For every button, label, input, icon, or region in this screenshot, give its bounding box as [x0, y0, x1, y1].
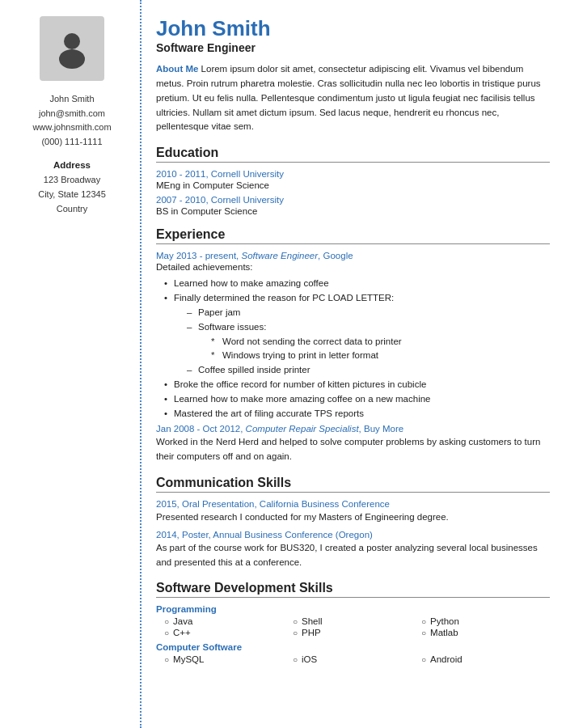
sub-sub-bullet-list: Word not sending the correct data to pri… — [198, 335, 550, 364]
about-me-section: About Me Lorem ipsum dolor sit amet, con… — [156, 62, 550, 134]
exp1-header: May 2013 - present, Software Engineer, G… — [156, 251, 550, 260]
resume-name: John Smith — [156, 16, 550, 41]
education-title: Education — [156, 146, 550, 163]
sidebar-phone: (000) 111-1111 — [32, 135, 111, 150]
communication-section: Communication Skills 2015, Oral Presenta… — [156, 476, 550, 569]
communication-title: Communication Skills — [156, 476, 550, 493]
education-section: Education 2010 - 2011, Cornell Universit… — [156, 146, 550, 216]
sub-sub-bullet-item: Windows trying to print in letter format — [211, 349, 550, 363]
sidebar-address: 123 Broadway City, State 12345 Country — [38, 173, 106, 216]
sidebar-website: www.johnsmith.com — [32, 121, 111, 135]
education-entry-1: 2010 - 2011, Cornell University MEng in … — [156, 169, 550, 190]
edu1-header: 2010 - 2011, Cornell University — [156, 169, 550, 179]
skill-matlab: Matlab — [421, 628, 550, 637]
programming-label: Programming — [156, 604, 550, 614]
address-line1: 123 Broadway — [38, 173, 106, 188]
sidebar: John Smith john@smith.com www.johnsmith.… — [0, 0, 142, 728]
sub-bullet-item: Coffee spilled inside printer — [187, 363, 550, 378]
address-line3: Country — [38, 202, 106, 217]
computer-software-skills-grid: MySQL iOS Android — [156, 654, 550, 664]
bullet-item: Learned how to make amazing coffee — [164, 277, 550, 291]
software-skills-title: Software Development Skills — [156, 581, 550, 598]
about-me-label: About Me — [156, 64, 198, 74]
edu1-degree: MEng in Computer Science — [156, 180, 550, 190]
exp2-header: Jan 2008 - Oct 2012, Computer Repair Spe… — [156, 424, 550, 434]
skill-php: PHP — [293, 628, 421, 637]
skill-cpp: C++ — [164, 628, 293, 637]
computer-software-label: Computer Software — [156, 642, 550, 652]
edu2-header: 2007 - 2010, Cornell University — [156, 195, 550, 205]
comm-entry-1: 2015, Oral Presentation, California Busi… — [156, 499, 550, 525]
exp1-desc: Detailed achievements: — [156, 262, 550, 272]
sub-bullet-list: Paper jam Software issues: Word not send… — [174, 306, 550, 378]
education-entry-2: 2007 - 2010, Cornell University BS in Co… — [156, 195, 550, 216]
software-skills-section: Software Development Skills Programming … — [156, 581, 550, 664]
skill-shell: Shell — [293, 616, 421, 626]
sidebar-name: John Smith — [32, 92, 111, 107]
exp-entry-1: May 2013 - present, Software Engineer, G… — [156, 251, 550, 421]
bullet-item: Learned how to make more amazing coffee … — [164, 392, 550, 407]
sub-bullet-item: Software issues: Word not sending the co… — [187, 320, 550, 363]
skill-python: Python — [421, 616, 550, 626]
programming-skills-grid: Java Shell Python C++ PHP Matlab — [156, 616, 550, 637]
sidebar-contact: John Smith john@smith.com www.johnsmith.… — [32, 92, 111, 149]
exp1-bullets: Learned how to make amazing coffee Final… — [156, 277, 550, 421]
sidebar-email: john@smith.com — [32, 107, 111, 121]
svg-point-1 — [59, 49, 85, 69]
svg-point-0 — [64, 33, 80, 49]
comm1-header: 2015, Oral Presentation, California Busi… — [156, 499, 550, 509]
comm-entry-2: 2014, Poster, Annual Business Conference… — [156, 530, 550, 570]
experience-title: Experience — [156, 227, 550, 244]
about-me-text: Lorem ipsum dolor sit amet, consectetur … — [156, 64, 541, 131]
address-line2: City, State 12345 — [38, 188, 106, 202]
comm2-desc: As part of the course work for BUS320, I… — [156, 541, 550, 570]
sub-bullet-item: Paper jam — [187, 306, 550, 320]
exp-entry-2: Jan 2008 - Oct 2012, Computer Repair Spe… — [156, 424, 550, 464]
resume-title: Software Engineer — [156, 41, 550, 54]
address-label: Address — [53, 160, 91, 170]
bullet-item: Broke the office record for number of ki… — [164, 378, 550, 392]
bullet-item: Mastered the art of filing accurate TPS … — [164, 407, 550, 421]
skill-mysql: MySQL — [164, 654, 293, 664]
bullet-item: Finally determined the reason for PC LOA… — [164, 291, 550, 378]
experience-section: Experience May 2013 - present, Software … — [156, 227, 550, 464]
skill-java: Java — [164, 616, 293, 626]
exp2-desc: Worked in the Nerd Herd and helped to so… — [156, 435, 550, 464]
skill-ios: iOS — [293, 654, 421, 664]
avatar — [40, 16, 104, 81]
page: John Smith john@smith.com www.johnsmith.… — [0, 0, 566, 728]
main-content: John Smith Software Engineer About Me Lo… — [142, 0, 566, 728]
skill-android: Android — [421, 654, 550, 664]
comm2-header: 2014, Poster, Annual Business Conference… — [156, 530, 550, 540]
comm1-desc: Presented research I conducted for my Ma… — [156, 510, 550, 525]
sub-sub-bullet-item: Word not sending the correct data to pri… — [211, 335, 550, 349]
edu2-degree: BS in Computer Science — [156, 206, 550, 216]
